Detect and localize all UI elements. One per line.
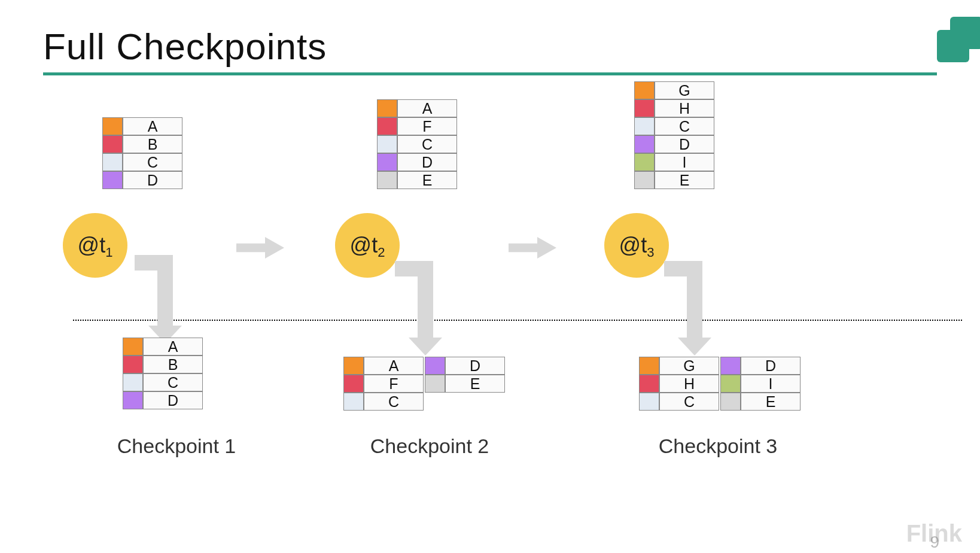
tp-sub: 2 <box>378 245 385 260</box>
checkpoint-2-label: Checkpoint 2 <box>346 434 513 458</box>
cell: A <box>364 357 424 375</box>
cell: B <box>123 135 182 153</box>
cell: D <box>741 357 801 375</box>
cell: A <box>397 99 457 117</box>
checkpoint-3-block-b: D I E <box>720 357 801 411</box>
page-number: 9 <box>930 533 939 552</box>
title-rule <box>43 72 937 75</box>
cell: C <box>143 373 203 391</box>
cell: A <box>123 117 182 135</box>
cell: H <box>655 99 714 117</box>
cell: A <box>143 338 203 356</box>
tp-label: @t <box>78 233 106 258</box>
checkpoint-2-block-a: A F C <box>343 357 424 411</box>
timepoint-t1: @t1 <box>63 213 127 278</box>
diagram-stage: A B C D @t1 A B C D Checkpoint 1 A F C D… <box>0 93 980 512</box>
cell: E <box>741 393 801 411</box>
cell: E <box>655 171 714 189</box>
tp-label: @t <box>350 233 378 258</box>
arrow-right-1 <box>236 237 284 259</box>
cell: D <box>123 171 182 189</box>
cell: F <box>364 375 424 393</box>
tp-sub: 3 <box>647 245 654 260</box>
cell: C <box>659 393 719 411</box>
tp-sub: 1 <box>105 245 112 260</box>
page-title: Full Checkpoints <box>43 25 980 68</box>
state-t2: A F C D E <box>377 99 457 189</box>
divider-dotted <box>73 320 962 321</box>
cell: F <box>397 117 457 135</box>
cell: G <box>655 81 714 99</box>
cell: I <box>655 153 714 171</box>
cell: C <box>397 135 457 153</box>
tp-label: @t <box>619 233 647 258</box>
checkpoint-1-block: A B C D <box>123 338 203 409</box>
timepoint-t2: @t2 <box>335 213 400 278</box>
state-t1: A B C D <box>102 117 182 189</box>
checkpoint-2-block-b: D E <box>425 357 505 393</box>
cell: B <box>143 356 203 373</box>
cell: C <box>123 153 182 171</box>
cell: H <box>659 375 719 393</box>
timepoint-t3: @t3 <box>604 213 669 278</box>
checkpoint-1-label: Checkpoint 1 <box>93 434 260 458</box>
checkpoint-3-block-a: G H C <box>639 357 719 411</box>
cell: D <box>143 391 203 409</box>
cell: D <box>445 357 505 375</box>
cell: E <box>445 375 505 393</box>
cell: D <box>397 153 457 171</box>
checkpoint-3-label: Checkpoint 3 <box>634 434 802 458</box>
cell: E <box>397 171 457 189</box>
cell: I <box>741 375 801 393</box>
cell: C <box>364 393 424 411</box>
cell: G <box>659 357 719 375</box>
arrow-right-2 <box>509 237 556 259</box>
cell: C <box>655 117 714 135</box>
state-t3: G H C D I E <box>634 81 714 189</box>
cell: D <box>655 135 714 153</box>
